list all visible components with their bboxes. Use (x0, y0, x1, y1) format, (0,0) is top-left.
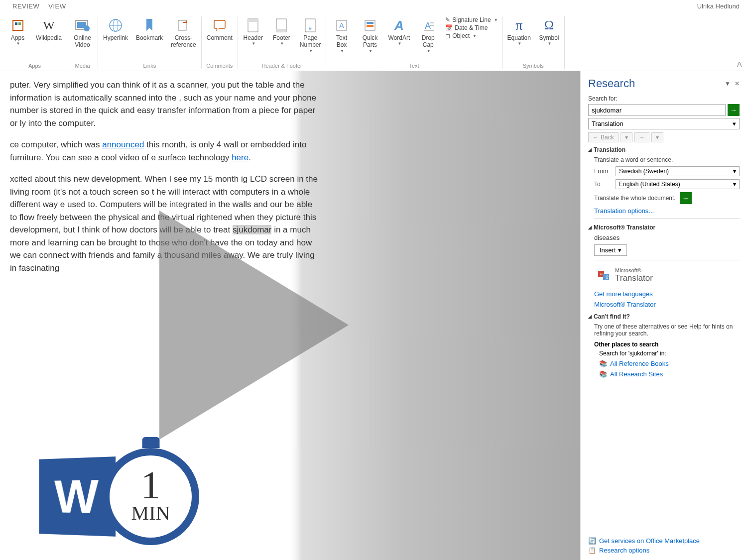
search-for-label: Search for: (588, 95, 740, 102)
hyperlink-button[interactable]: Hyperlink (102, 16, 129, 42)
books-icon: 📚 (599, 360, 607, 367)
username-label: Ulrika Hedlund (697, 2, 740, 10)
translation-result: diseases (588, 234, 740, 241)
svg-rect-14 (276, 29, 286, 32)
group-media-label: Media (75, 63, 90, 69)
group-symbols-label: Symbols (523, 63, 544, 69)
marketplace-link[interactable]: 🔄Get services on Office Marketplace (588, 537, 700, 545)
chevron-down-icon: ▼ (427, 49, 431, 53)
forward-button[interactable]: → (634, 132, 649, 142)
more-languages-link[interactable]: Get more languages (588, 290, 740, 298)
wordart-button[interactable]: A WordArt▼ (387, 16, 411, 47)
from-language-select[interactable]: Swedish (Sweden)▾ (616, 166, 740, 176)
signature-icon: ✎ (445, 16, 450, 23)
to-language-select[interactable]: English (United States)▾ (616, 179, 740, 189)
header-button[interactable]: Header▼ (242, 16, 264, 47)
translate-prompt: Translate a word or sentence. (588, 156, 740, 163)
dropcap-button[interactable]: A Drop Cap▼ (417, 16, 439, 54)
comment-icon (212, 17, 228, 33)
apps-icon (10, 17, 26, 33)
svg-rect-20 (367, 22, 374, 24)
translator-section-header[interactable]: Microsoft® Translator (588, 224, 740, 231)
highlighted-word[interactable]: sjukdomar (233, 225, 271, 234)
apps-button[interactable]: Apps▼ (6, 16, 29, 47)
svg-text:#: # (309, 25, 312, 31)
svg-rect-21 (367, 25, 374, 27)
online-video-button[interactable]: Online Video (71, 16, 94, 50)
reference-books-link[interactable]: 📚All Reference Books (588, 360, 740, 367)
back-button[interactable]: ←Back (588, 132, 619, 142)
quickparts-icon (362, 17, 378, 33)
chevron-down-icon: ▾ (733, 168, 736, 175)
arrow-right-icon: → (639, 134, 645, 141)
translator-logo: a文 Microsoft® Translator (588, 267, 740, 283)
equation-button[interactable]: π Equation▼ (506, 16, 532, 47)
alternatives-text: Try one of these alternatives or see Hel… (588, 323, 740, 337)
search-input[interactable] (588, 104, 726, 116)
chevron-down-icon: ▾ (618, 246, 622, 254)
back-menu-button[interactable]: ▾ (621, 132, 632, 142)
omega-icon: Ω (541, 17, 557, 33)
translation-options-link[interactable]: Translation options... (588, 207, 740, 215)
pagenumber-button[interactable]: # Page Number▼ (299, 16, 322, 54)
translate-doc-button[interactable]: → (680, 192, 692, 204)
header-icon (245, 17, 261, 33)
chevron-down-icon: ▼ (517, 41, 521, 46)
translation-section-header[interactable]: Translation (588, 146, 740, 153)
cant-find-header[interactable]: Can't find it? (588, 313, 740, 320)
document-area[interactable]: puter. Very simplified you can think of … (0, 71, 580, 560)
close-icon[interactable]: ✕ (735, 80, 740, 87)
service-select[interactable]: Translation▾ (588, 118, 740, 129)
quickparts-button[interactable]: Quick Parts▼ (359, 16, 381, 54)
object-button[interactable]: ◻Object▼ (445, 32, 477, 39)
search-go-button[interactable]: → (728, 104, 740, 116)
dropcap-icon: A (420, 17, 436, 33)
research-pane: Research ▼ ✕ Search for: → Translation▾ … (580, 71, 747, 560)
link-announced[interactable]: announced (102, 140, 144, 149)
ms-translator-link[interactable]: Microsoft® Translator (588, 301, 740, 308)
calendar-icon: 📅 (445, 24, 453, 31)
video-icon (75, 17, 91, 33)
chevron-down-icon: ▼ (309, 49, 313, 53)
link-here[interactable]: here (232, 153, 249, 162)
insert-button[interactable]: Insert▾ (594, 244, 627, 256)
svg-text:a: a (600, 271, 603, 276)
options-icon: 📋 (588, 547, 596, 554)
textbox-button[interactable]: A Text Box▼ (330, 16, 353, 54)
svg-text:A: A (425, 21, 431, 31)
datetime-button[interactable]: 📅Date & Time (445, 24, 488, 31)
chevron-down-icon: ▾ (733, 181, 736, 188)
refresh-icon: 🔄 (588, 537, 596, 545)
pane-menu-icon[interactable]: ▼ (725, 80, 731, 87)
svg-point-5 (84, 25, 90, 31)
bookmark-icon (141, 17, 157, 33)
research-sites-link[interactable]: 📚All Research Sites (588, 370, 740, 378)
tab-view[interactable]: VIEW (48, 2, 66, 10)
group-apps-label: Apps (28, 63, 41, 69)
ribbon: Apps▼ W Wikipedia Apps Online Video Medi… (0, 12, 747, 71)
svg-text:文: 文 (605, 275, 610, 280)
signature-line-button[interactable]: ✎Signature Line▼ (445, 16, 498, 23)
chevron-down-icon: ▼ (369, 49, 373, 53)
forward-menu-button[interactable]: ▾ (651, 132, 663, 142)
research-options-link[interactable]: 📋Research options (588, 547, 700, 554)
word-timer-badge: W 1 MIN (37, 448, 199, 545)
arrow-left-icon: ← (593, 134, 599, 141)
collapse-ribbon-icon[interactable]: ᐱ (737, 60, 742, 68)
doc-paragraph: puter. Very simplified you can think of … (10, 79, 319, 129)
footer-button[interactable]: Footer▼ (270, 16, 293, 47)
symbol-button[interactable]: Ω Symbol▼ (538, 16, 560, 47)
bookmark-button[interactable]: Bookmark (135, 16, 164, 42)
timer-badge-icon: 1 MIN (102, 448, 199, 545)
comment-button[interactable]: Comment (206, 16, 234, 42)
group-links-label: Links (143, 63, 156, 69)
other-places-label: Other places to search (588, 341, 740, 348)
chevron-down-icon: ▼ (340, 49, 344, 53)
crossref-button[interactable]: Cross- reference (170, 16, 197, 50)
wikipedia-button[interactable]: W Wikipedia (35, 16, 63, 42)
object-icon: ◻ (445, 32, 450, 39)
tab-review[interactable]: REVIEW (12, 2, 39, 10)
pane-title: Research (588, 77, 635, 90)
group-headerfooter-label: Header & Footer (261, 63, 302, 69)
chevron-down-icon: ▾ (733, 120, 736, 127)
